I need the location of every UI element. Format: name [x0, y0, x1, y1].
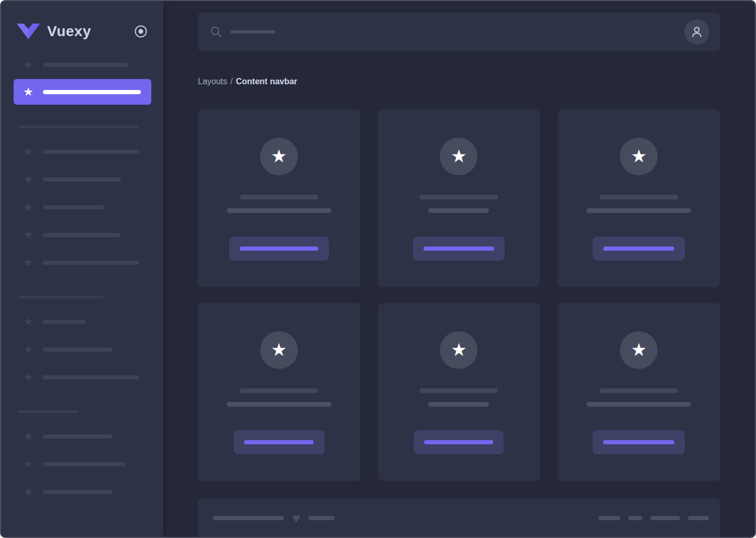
star-icon: ★	[271, 341, 287, 358]
subtitle-placeholder	[227, 208, 331, 213]
button-label-placeholder	[244, 440, 314, 444]
star-icon: ★	[22, 486, 35, 498]
footer-link-placeholder	[650, 516, 680, 520]
sidebar-item[interactable]: ★	[22, 229, 151, 241]
breadcrumb-section: Layouts	[198, 77, 227, 86]
sidebar-item-active[interactable]: ★	[14, 79, 151, 105]
star-icon: ★	[631, 341, 647, 358]
footer-link-placeholder	[628, 516, 642, 520]
search-placeholder-bar	[230, 30, 275, 33]
star-icon: ★	[22, 316, 35, 328]
top-navbar	[198, 13, 720, 51]
star-badge: ★	[440, 331, 477, 369]
star-icon: ★	[451, 341, 466, 358]
title-placeholder	[240, 195, 318, 199]
card-action-button[interactable]	[593, 430, 685, 454]
menu-label-placeholder	[43, 434, 113, 439]
card-action-button[interactable]	[413, 237, 505, 261]
sidebar-item[interactable]: ★	[22, 59, 151, 71]
sidebar-item[interactable]: ★	[22, 256, 151, 269]
sidebar-item[interactable]: ★	[22, 371, 151, 384]
heart-icon: ♥	[292, 512, 300, 524]
menu-label-placeholder	[43, 63, 128, 67]
menu-label-placeholder	[43, 90, 141, 94]
button-label-placeholder	[424, 246, 494, 251]
star-icon: ★	[22, 145, 35, 158]
card-action-button[interactable]	[234, 430, 325, 454]
breadcrumb: Layouts/Content navbar	[198, 76, 720, 86]
subtitle-placeholder	[227, 402, 331, 407]
star-icon: ★	[22, 229, 35, 241]
card-action-button[interactable]	[414, 430, 504, 454]
menu-label-placeholder	[43, 490, 113, 494]
star-icon: ★	[22, 173, 35, 186]
footer-text-placeholder	[308, 516, 335, 520]
user-avatar-button[interactable]	[684, 19, 709, 44]
sidebar-section-divider	[18, 296, 104, 298]
card-grid: ★★★★★★	[198, 109, 720, 481]
feature-card: ★	[558, 109, 720, 287]
footer: ♥	[198, 498, 720, 538]
sidebar-item[interactable]: ★	[22, 486, 151, 498]
sidebar-item[interactable]: ★	[22, 201, 151, 214]
menu-label-placeholder	[43, 462, 126, 466]
star-icon: ★	[22, 201, 35, 214]
sidebar-item[interactable]: ★	[22, 173, 151, 186]
sidebar-item[interactable]: ★	[22, 316, 151, 328]
star-icon: ★	[22, 371, 35, 384]
sidebar-item[interactable]: ★	[22, 145, 151, 158]
title-placeholder	[419, 388, 498, 393]
feature-card: ★	[198, 109, 360, 287]
menu-label-placeholder	[43, 205, 104, 209]
star-icon: ★	[22, 86, 35, 98]
footer-link-placeholder	[598, 516, 620, 520]
menu-label-placeholder	[43, 375, 139, 379]
vuexy-logo-icon	[17, 24, 40, 39]
star-badge: ★	[260, 138, 298, 175]
page-title: Content navbar	[236, 77, 297, 86]
button-label-placeholder	[603, 440, 674, 444]
subtitle-placeholder	[586, 208, 691, 213]
star-badge: ★	[620, 331, 658, 369]
subtitle-placeholder	[428, 208, 489, 213]
button-label-placeholder	[603, 246, 674, 251]
star-icon: ★	[22, 458, 35, 470]
brand: Vuexy	[17, 18, 148, 45]
sidebar-item[interactable]: ★	[22, 343, 151, 356]
sidebar: Vuexy ★★★★★★★★★★★★★	[1, 1, 163, 537]
title-placeholder	[599, 195, 678, 199]
menu-label-placeholder	[43, 320, 86, 324]
star-icon: ★	[271, 147, 287, 165]
menu-pin-toggle-icon[interactable]	[134, 25, 148, 38]
search-icon	[210, 26, 222, 38]
sidebar-menu: ★★★★★★★★★★★★★	[1, 59, 163, 513]
card-action-button[interactable]	[229, 237, 329, 261]
person-icon	[690, 25, 704, 39]
star-badge: ★	[620, 138, 658, 175]
app-window: Vuexy ★★★★★★★★★★★★★	[0, 0, 756, 538]
search-input[interactable]	[210, 26, 275, 38]
breadcrumb-separator: /	[230, 77, 232, 86]
feature-card: ★	[198, 303, 360, 481]
star-icon: ★	[451, 147, 466, 165]
title-placeholder	[240, 388, 318, 393]
sidebar-item[interactable]: ★	[22, 430, 151, 443]
star-icon: ★	[22, 343, 35, 356]
menu-label-placeholder	[43, 233, 120, 237]
menu-label-placeholder	[43, 348, 113, 352]
footer-link-placeholder	[688, 516, 709, 520]
footer-text-placeholder	[213, 516, 284, 520]
star-icon: ★	[22, 256, 35, 269]
card-action-button[interactable]	[593, 237, 685, 261]
sidebar-section-divider	[18, 410, 77, 413]
feature-card: ★	[378, 303, 540, 481]
feature-card: ★	[558, 303, 720, 481]
menu-label-placeholder	[43, 177, 121, 182]
menu-label-placeholder	[43, 261, 139, 265]
button-label-placeholder	[424, 440, 493, 444]
menu-label-placeholder	[43, 150, 139, 154]
title-placeholder	[419, 195, 498, 199]
star-badge: ★	[440, 138, 477, 175]
sidebar-item[interactable]: ★	[22, 458, 151, 470]
feature-card: ★	[378, 109, 540, 287]
